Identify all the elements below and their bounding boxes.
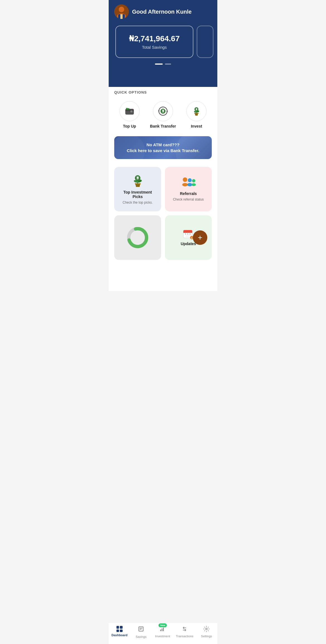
bank-transfer-option[interactable]: ₦ Bank Transfer	[150, 101, 176, 128]
investment-picks-desc: Check the top picks.	[123, 200, 153, 205]
referrals-title: Referrals	[180, 191, 197, 196]
banner-line1: No ATM card???	[121, 142, 205, 147]
carousel-dots	[114, 64, 212, 70]
new-investment-fab[interactable]: +	[193, 230, 207, 245]
dot-2	[165, 64, 171, 65]
avatar-image	[114, 4, 129, 19]
svg-point-32	[191, 183, 196, 186]
updates-icon: A	[182, 228, 195, 242]
svg-rect-4	[120, 14, 123, 19]
quick-options-title: QUICK OPTIONS	[114, 90, 212, 94]
investment-picks-title: Top Investment Picks	[119, 190, 157, 199]
invest-label: Invest	[191, 124, 202, 128]
svg-point-29	[188, 178, 192, 182]
greeting-text: Good Afternoon Kunle	[132, 9, 192, 15]
balance-label: Total Savings	[125, 45, 184, 50]
svg-text:₦: ₦	[162, 109, 164, 113]
header-top: Good Afternoon Kunle	[114, 4, 212, 19]
avatar	[114, 4, 129, 19]
svg-text:₦: ₦	[136, 176, 139, 180]
svg-point-1	[119, 7, 124, 12]
svg-point-28	[182, 183, 188, 186]
balance-card-peek	[197, 26, 213, 58]
plus-icon: +	[198, 234, 202, 242]
svg-point-44	[189, 234, 190, 235]
svg-point-43	[187, 234, 188, 235]
updates-title: Updates	[181, 242, 196, 246]
balance-carousel: ₦2,741,964.67 Total Savings	[114, 26, 212, 58]
balance-amount: ₦2,741,964.67	[125, 34, 184, 43]
top-up-circle	[120, 101, 140, 121]
bank-transfer-label: Bank Transfer	[150, 124, 176, 128]
invest-option[interactable]: ₦ Invest	[186, 101, 206, 128]
svg-point-31	[192, 179, 195, 182]
referrals-card[interactable]: Referrals Check referral status	[165, 167, 212, 211]
svg-text:₦: ₦	[196, 108, 197, 111]
header: Good Afternoon Kunle ₦2,741,964.67 Total…	[109, 0, 217, 87]
updates-card[interactable]: A Updates +	[165, 215, 212, 260]
quick-options: Top Up ₦ Bank Transfer	[114, 101, 212, 128]
svg-text:A: A	[191, 237, 193, 239]
svg-point-42	[185, 234, 186, 235]
svg-point-27	[183, 177, 187, 182]
svg-point-8	[130, 111, 132, 112]
dot-1	[155, 64, 163, 65]
investment-picks-icon: ₦	[130, 174, 145, 190]
bank-transfer-circle: ₦	[153, 101, 173, 121]
referrals-desc: Check referral status	[173, 197, 204, 202]
balance-card-savings[interactable]: ₦2,741,964.67 Total Savings	[115, 26, 193, 58]
referrals-icon	[181, 176, 196, 189]
bank-transfer-banner[interactable]: No ATM card??? Click here to save via Ba…	[114, 136, 212, 159]
invest-circle: ₦	[186, 101, 206, 121]
top-investment-picks-card[interactable]: ₦ Top Investment Picks Check the top pic…	[114, 167, 161, 211]
svg-rect-39	[183, 232, 192, 233]
cards-grid: ₦ Top Investment Picks Check the top pic…	[114, 167, 212, 260]
banner-line2: Click here to save via Bank Transfer.	[121, 148, 205, 153]
main-content: QUICK OPTIONS Top Up	[109, 81, 217, 291]
top-up-label: Top Up	[123, 124, 136, 128]
savings-donut-card[interactable]	[114, 215, 161, 260]
top-up-option[interactable]: Top Up	[120, 101, 140, 128]
donut-chart	[119, 224, 157, 252]
